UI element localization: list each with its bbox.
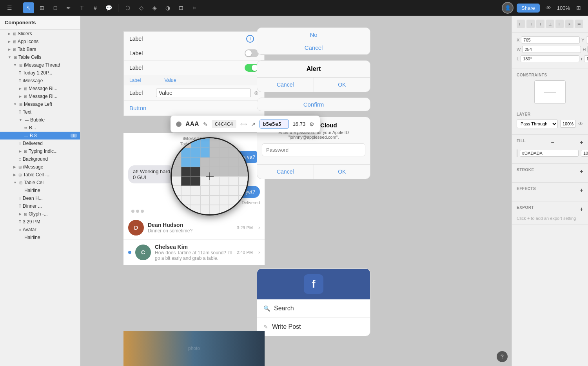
panel-header: Components [0, 16, 80, 30]
canvas-area[interactable]: Label i › Label Label Label Val [80, 16, 512, 366]
align-right-btn[interactable]: ⊤ [536, 20, 544, 28]
blend-tool[interactable]: ◑ [162, 2, 173, 13]
fill-remove-btn[interactable]: − [551, 139, 554, 146]
sidebar-item-today[interactable]: T Today 1:20P... [0, 69, 80, 77]
shape-tool[interactable]: □ [50, 2, 61, 13]
fill-opacity-input[interactable] [581, 150, 588, 157]
chevron-right-icon: ▶ [19, 212, 22, 216]
pen-tool[interactable]: ✒ [63, 2, 74, 13]
sidebar-item-text[interactable]: T Text [0, 108, 80, 116]
label-row-3: Label [124, 61, 264, 75]
confirm-button[interactable]: Confirm [257, 98, 370, 111]
icloud-cancel-button[interactable]: Cancel [257, 165, 314, 179]
sidebar-item-hairline1[interactable]: — Hairline [0, 187, 80, 194]
eyedropper-icon[interactable]: ✎ [203, 121, 208, 127]
alert-ok-button[interactable]: OK [314, 78, 370, 92]
share-button[interactable]: Share [517, 4, 540, 13]
sidebar-item-imessagethread[interactable]: ▼ ⊞ iMessage Thread [0, 61, 80, 69]
text-tool[interactable]: T [76, 2, 87, 13]
export-add-btn[interactable]: + [580, 206, 583, 213]
cancel-button[interactable]: Cancel [257, 41, 370, 54]
frame-tool[interactable]: ⊞ [36, 2, 47, 13]
zoom-icon[interactable]: ⊞ [573, 2, 584, 13]
icloud-password-input[interactable] [262, 143, 365, 156]
sidebar-item-tablecells[interactable]: ▼ ⊞ Table Cells [0, 53, 80, 61]
x-input[interactable]: 765 [521, 36, 580, 43]
group-tool[interactable]: ⊡ [176, 2, 187, 13]
alert-cancel-button[interactable]: Cancel [257, 78, 314, 92]
y-input[interactable]: 1530 [586, 36, 588, 43]
no-button[interactable]: No [257, 28, 370, 41]
color-swatch[interactable] [176, 121, 181, 127]
angle-input[interactable]: 180° [521, 55, 579, 62]
fill-swatch[interactable] [517, 149, 517, 157]
align-left-btn[interactable]: ⊢ [517, 20, 525, 28]
fb-write-row[interactable]: ✎ Write Post [257, 318, 370, 336]
sidebar-item-tabbars[interactable]: ▶ ⊞ Tab Bars [0, 45, 80, 53]
stroke-section: STROKE + [512, 164, 588, 183]
sidebar-item-b1[interactable]: ✏ B... [0, 124, 80, 132]
sidebar-item-delivered[interactable]: T Delivered [0, 140, 80, 147]
contact-row-chelsea[interactable]: C Chelsea Kim How does Tartine at 11am s… [123, 240, 265, 265]
crop-tool[interactable]: ⌗ [189, 2, 200, 13]
comment-tool[interactable]: 💬 [103, 2, 114, 13]
sidebar-label: Glyph -... [29, 211, 48, 217]
components-tool[interactable]: # [90, 2, 101, 13]
fill-hex-input[interactable] [520, 150, 579, 157]
icloud-ok-button[interactable]: OK [314, 165, 370, 179]
radius-input[interactable]: 17 [584, 55, 588, 62]
sidebar-item-messageleft[interactable]: ▼ ⊞ Message Left [0, 100, 80, 108]
boolean-tool[interactable]: ⬡ [122, 2, 133, 13]
stroke-add-btn[interactable]: + [580, 168, 583, 175]
value-input[interactable] [156, 89, 251, 97]
sidebar-item-background[interactable]: □ Background [0, 155, 80, 163]
fill-add-btn[interactable]: + [580, 139, 583, 146]
distribute-h-btn[interactable]: ⊨ [575, 20, 583, 28]
fb-search-row[interactable]: 🔍 Search [257, 299, 370, 318]
menu-icon[interactable]: ☰ [4, 2, 15, 13]
help-button[interactable]: ? [497, 351, 508, 362]
w-input[interactable]: 254 [522, 46, 581, 53]
align-top-btn[interactable]: ⊥ [546, 20, 554, 28]
sidebar-item-imessage1[interactable]: T iMessage [0, 77, 80, 85]
sidebar-item-bubble[interactable]: ▼ — Bubble [0, 116, 80, 124]
link-icon[interactable]: ↗ [251, 121, 256, 127]
sidebar-item-glyph[interactable]: ▶ ⊞ Glyph -... [0, 210, 80, 218]
sidebar-item-messager2[interactable]: ▶ ⊞ Message Ri... [0, 92, 80, 100]
hex-input[interactable] [260, 120, 289, 129]
layer-mode-select[interactable]: Pass Through [517, 120, 558, 128]
gear-icon[interactable]: ⚙ [309, 121, 314, 127]
align-bottom-btn[interactable]: ⊧ [565, 20, 573, 28]
preview-icon[interactable]: 👁 [543, 2, 554, 13]
contact-row-dean[interactable]: D Dean Hudson Dinner on sometime? 3:29 P… [123, 216, 265, 240]
visibility-icon[interactable]: 👁 [578, 121, 583, 127]
sidebar-item-deanh[interactable]: T Dean H... [0, 194, 80, 202]
sidebar-item-avatar[interactable]: ○ Avatar [0, 226, 80, 234]
layer-opacity-input[interactable] [560, 120, 576, 128]
align-center-h-btn[interactable]: ⊣ [526, 20, 535, 28]
sidebar-item-dinner[interactable]: T Dinner ... [0, 202, 80, 210]
export-hint[interactable]: Click + to add an export setting [517, 216, 583, 221]
sidebar-item-hairline2[interactable]: — Hairline [0, 234, 80, 241]
components2-tool[interactable]: ◇ [136, 2, 147, 13]
sidebar-label: iMessage Thread [24, 62, 60, 68]
align-center-v-btn[interactable]: ⊦ [555, 20, 564, 28]
sidebar-item-tablecell1[interactable]: ▶ ⊞ Table Cell -... [0, 171, 80, 179]
select-tool[interactable]: ↖ [23, 2, 34, 13]
fb-header: f [257, 269, 370, 299]
sidebar-item-tablecell2[interactable]: ▼ ⊞ Table Cell [0, 179, 80, 187]
effects-add-btn[interactable]: + [580, 187, 583, 194]
sidebar-item-sliders[interactable]: ▶ ⊞ Sliders [0, 30, 80, 38]
instance-tool[interactable]: ◈ [149, 2, 160, 13]
sidebar-item-appicons[interactable]: ▶ ⊞ App Icons [0, 38, 80, 45]
sidebar-item-typing[interactable]: ▶ ⊞ Typing Indic... [0, 147, 80, 155]
constraints-section: CONSTRAINTS [512, 69, 588, 108]
search-icon: 🔍 [263, 305, 270, 312]
w-label: W [517, 47, 521, 52]
sidebar-item-imessage2[interactable]: ▶ ⊞ iMessage [0, 163, 80, 171]
sidebar-item-messager1[interactable]: ▶ ⊞ Message Ri... [0, 85, 80, 92]
grid-icon: ⊞ [13, 40, 16, 44]
sidebar-item-b2[interactable]: — B 8 8 [0, 132, 80, 140]
sidebar-item-329pm[interactable]: T 3:29 PM [0, 218, 80, 226]
info-icon[interactable]: i [246, 35, 254, 43]
